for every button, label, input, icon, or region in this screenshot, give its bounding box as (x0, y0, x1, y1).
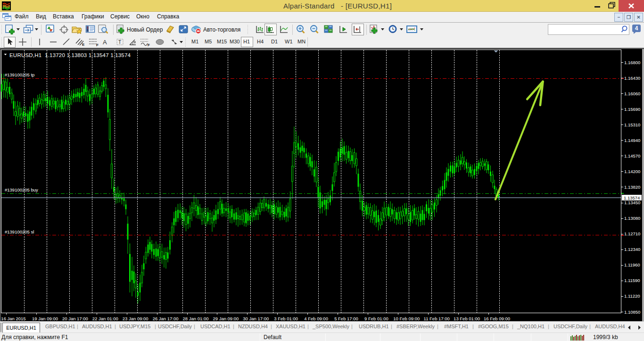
svg-text:28 Jan 01:00: 28 Jan 01:00 (183, 316, 209, 321)
svg-text:#139100205 sl: #139100205 sl (5, 229, 34, 234)
svg-text:1.12340: 1.12340 (624, 247, 640, 252)
svg-text:E: E (82, 42, 85, 47)
svg-text:1.13820: 1.13820 (624, 184, 640, 190)
svg-text:22 Jan 01:00: 22 Jan 01:00 (92, 316, 118, 321)
svg-text:1.16060: 1.16060 (624, 91, 640, 96)
svg-text:1.16800: 1.16800 (624, 60, 640, 65)
svg-text:16 Feb 09:00: 16 Feb 09:00 (484, 316, 510, 321)
svg-text:1.15310: 1.15310 (624, 122, 640, 127)
svg-text:EURUSD,H1 1.13720 1.13803 1.1: EURUSD,H1 1.13720 1.13803 1.13547 1.1357… (9, 52, 131, 58)
svg-text:T: T (118, 40, 121, 45)
svg-text:13 Feb 01:00: 13 Feb 01:00 (454, 316, 480, 321)
svg-text:5 Feb 17:00: 5 Feb 17:00 (334, 316, 358, 321)
svg-text:1.11590: 1.11590 (624, 278, 640, 283)
svg-text:F: F (96, 43, 99, 47)
svg-text:1.13450: 1.13450 (624, 200, 640, 205)
svg-text:1.11220: 1.11220 (624, 293, 640, 299)
svg-text:16 Jan 2015: 16 Jan 2015 (1, 316, 25, 321)
svg-text:3 Feb 01:00: 3 Feb 01:00 (274, 316, 298, 321)
svg-text:F: F (148, 43, 150, 47)
svg-text:9 Feb 01:00: 9 Feb 01:00 (364, 316, 388, 321)
svg-text:1.14940: 1.14940 (624, 138, 640, 143)
svg-text:1.13574: 1.13574 (624, 195, 640, 200)
svg-text:10 Feb 09:00: 10 Feb 09:00 (393, 316, 420, 321)
svg-text:29 Jan 09:00: 29 Jan 09:00 (213, 316, 239, 321)
svg-text:1.14200: 1.14200 (624, 169, 640, 174)
svg-text:1.10850: 1.10850 (624, 309, 640, 315)
svg-text:1.11960: 1.11960 (624, 262, 640, 267)
svg-text:11 Feb 17:00: 11 Feb 17:00 (424, 316, 450, 321)
svg-text:30 Jan 17:00: 30 Jan 17:00 (243, 316, 269, 321)
svg-text:#139100205 tp: #139100205 tp (5, 72, 34, 77)
svg-text:1.15690: 1.15690 (624, 107, 640, 112)
svg-text:1.13080: 1.13080 (624, 216, 640, 221)
svg-text:4 Feb 09:00: 4 Feb 09:00 (304, 316, 328, 321)
svg-text:1.16430: 1.16430 (624, 75, 640, 81)
svg-text:20 Jan 17:00: 20 Jan 17:00 (62, 316, 88, 321)
svg-text:23 Jan 09:00: 23 Jan 09:00 (123, 316, 149, 321)
svg-text:1.12710: 1.12710 (624, 231, 640, 236)
svg-text:#139100205 buy: #139100205 buy (5, 187, 38, 192)
svg-text:1.14570: 1.14570 (624, 153, 640, 158)
svg-text:26 Jan 17:00: 26 Jan 17:00 (153, 316, 179, 321)
svg-text:19 Jan 09:00: 19 Jan 09:00 (32, 316, 58, 321)
